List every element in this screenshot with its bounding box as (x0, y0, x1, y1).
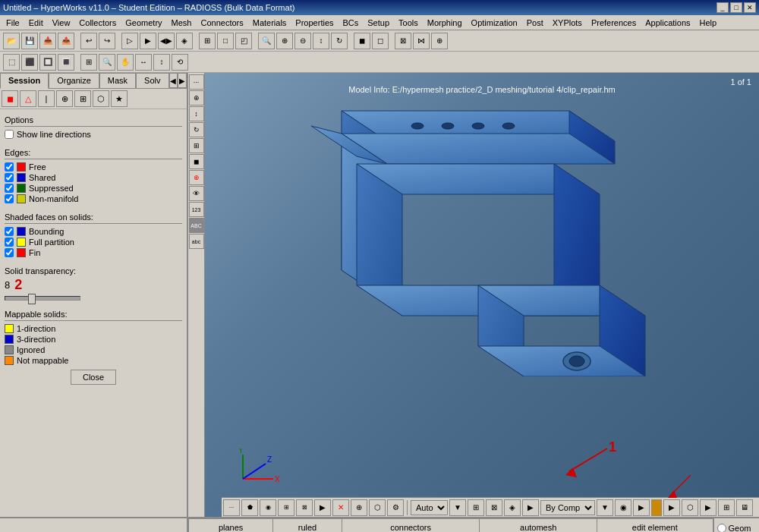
menu-post[interactable]: Post (522, 17, 548, 29)
menu-setup[interactable]: Setup (363, 17, 394, 29)
tb2-zoom-out[interactable]: ↕ (153, 54, 170, 71)
vt-cursor[interactable]: ··· (189, 74, 204, 90)
vp-tb-comp2[interactable]: ⊠ (296, 499, 313, 516)
vt-abc2[interactable]: abc (189, 234, 204, 249)
tb-view2[interactable]: ⊕ (276, 33, 293, 49)
close-button[interactable]: Close (71, 370, 116, 385)
lt-btn-geom[interactable]: ◼ (2, 90, 18, 107)
menu-bcs[interactable]: BCs (339, 17, 364, 29)
menu-morphing[interactable]: Morphing (423, 17, 467, 29)
vp-tb-geom2[interactable]: ⊠ (486, 499, 502, 516)
cell-connectors[interactable]: connectors (342, 519, 479, 533)
tb-shading1[interactable]: ◼ (354, 33, 370, 49)
vt-wire[interactable]: ⊕ (189, 170, 204, 185)
tb2-3[interactable]: 🔲 (39, 54, 56, 71)
lt-btn-star[interactable]: ★ (111, 90, 128, 107)
tb2-1[interactable]: ⬚ (3, 54, 20, 71)
menu-preferences[interactable]: Preferences (587, 17, 641, 29)
vp-tb-grid[interactable]: ⊞ (718, 499, 735, 516)
vp-tb-mesh-icon[interactable]: ⊞ (468, 499, 484, 516)
tb-display3[interactable]: ◰ (235, 33, 252, 49)
tb-view4[interactable]: ↕ (313, 33, 329, 49)
shaded-fullpartition-checkbox[interactable] (5, 238, 14, 247)
tb-redo[interactable]: ↪ (99, 33, 115, 49)
lt-btn-surf[interactable]: ⬡ (93, 90, 109, 107)
vp-tb-dots[interactable]: ··· (223, 499, 240, 516)
tb-select2[interactable]: ▶ (140, 33, 156, 49)
vp-tb-copy[interactable]: ⊕ (351, 499, 367, 516)
vt-zoom[interactable]: ⊕ (189, 90, 204, 105)
maximize-button[interactable]: □ (730, 2, 742, 13)
vp-tb-dd4[interactable]: ▶ (633, 499, 650, 516)
edge-suppressed-checkbox[interactable] (5, 184, 14, 193)
vp-tb-dd-arrow[interactable]: ▼ (449, 499, 466, 516)
menu-file[interactable]: File (2, 17, 24, 29)
menu-xyplots[interactable]: XYPlots (548, 17, 587, 29)
menu-applications[interactable]: Applications (641, 17, 694, 29)
tb-mesh3[interactable]: ⊕ (431, 33, 448, 49)
menu-tools[interactable]: Tools (394, 17, 423, 29)
edge-free-checkbox[interactable] (5, 162, 14, 172)
tb-undo[interactable]: ↩ (80, 33, 97, 49)
radio-geom[interactable] (717, 524, 726, 532)
tab-mask[interactable]: Mask (99, 73, 136, 89)
tb2-4[interactable]: 🔳 (58, 54, 74, 71)
tb-export[interactable]: 📤 (58, 33, 74, 49)
by-comp-select[interactable]: By Comp (540, 500, 595, 515)
tb2-pan[interactable]: ✋ (117, 54, 134, 71)
vt-pan2[interactable]: ↕ (189, 106, 204, 121)
menu-edit[interactable]: Edit (24, 17, 48, 29)
vt-123[interactable]: 123 (189, 202, 204, 217)
vp-tb-monitor[interactable]: 🖥 (736, 499, 753, 516)
tb-mesh2[interactable]: ⋈ (413, 33, 430, 49)
vt-abc[interactable]: ABC (189, 218, 204, 233)
vp-tb-dd3[interactable]: ▼ (597, 499, 613, 516)
shaded-fin-checkbox[interactable] (5, 248, 14, 257)
cell-ruled[interactable]: ruled (273, 519, 342, 533)
menu-connectors[interactable]: Connectors (196, 17, 247, 29)
tb-save[interactable]: 💾 (21, 33, 38, 49)
menu-properties[interactable]: Properties (291, 17, 338, 29)
tb-select1[interactable]: ▷ (121, 33, 138, 49)
lt-btn-comps[interactable]: ⊕ (56, 90, 73, 107)
tb2-fit[interactable]: ⟲ (172, 54, 188, 71)
vp-tb-paste[interactable]: ⬡ (369, 499, 386, 516)
vp-tb-solid[interactable]: ◈ (504, 499, 521, 516)
tab-solv[interactable]: Solv (136, 73, 168, 89)
edge-shared-checkbox[interactable] (5, 173, 14, 182)
cell-planes[interactable]: planes (189, 519, 273, 533)
viewport-canvas[interactable]: 1 of 1 Model Info: E:/hypermesh practice… (205, 73, 759, 517)
lt-btn-mesh[interactable]: △ (20, 90, 36, 107)
vt-shad[interactable]: ◼ (189, 154, 204, 169)
tb-view1[interactable]: 🔍 (258, 33, 275, 49)
vp-tb-comp1[interactable]: ⊞ (278, 499, 294, 516)
vp-tb-sphere2[interactable]: ◉ (260, 499, 276, 516)
auto-select[interactable]: Auto (411, 500, 448, 515)
tab-nav-prev[interactable]: ◀ (169, 73, 178, 88)
menu-mesh[interactable]: Mesh (167, 17, 197, 29)
tb2-zoom-in[interactable]: 🔍 (99, 54, 115, 71)
lt-btn-solids[interactable]: ⊞ (74, 90, 91, 107)
tb2-2[interactable]: ⬛ (21, 54, 38, 71)
vt-sel[interactable]: 👁 (189, 186, 204, 201)
tb-mesh1[interactable]: ⊠ (395, 33, 411, 49)
vt-rotate3[interactable]: ↻ (189, 122, 204, 137)
cell-edit-element[interactable]: edit element (597, 519, 713, 533)
show-line-directions-checkbox[interactable] (5, 130, 14, 139)
vp-tb-delete[interactable]: ✕ (332, 499, 349, 516)
vp-tb-sphere1[interactable]: ⬟ (241, 499, 258, 516)
menu-materials[interactable]: Materials (248, 17, 291, 29)
tb-rotate[interactable]: ↻ (331, 33, 348, 49)
vp-tb-sphere3[interactable]: ◉ (615, 499, 631, 516)
tb2-rotate2[interactable]: ↔ (135, 54, 152, 71)
tab-session[interactable]: Session (0, 73, 49, 89)
vp-tb-arrow[interactable]: ▶ (314, 499, 331, 516)
edge-nonmanifold-checkbox[interactable] (5, 194, 14, 203)
tb-shading2[interactable]: ◻ (372, 33, 389, 49)
tb-import[interactable]: 📥 (39, 33, 56, 49)
title-buttons[interactable]: _ □ ✕ (716, 2, 756, 13)
vt-fit2[interactable]: ⊞ (189, 138, 204, 153)
vp-tb-dd2[interactable]: ▶ (522, 499, 539, 516)
menu-geometry[interactable]: Geometry (121, 17, 166, 29)
tb2-zoom-all[interactable]: ⊞ (80, 54, 97, 71)
